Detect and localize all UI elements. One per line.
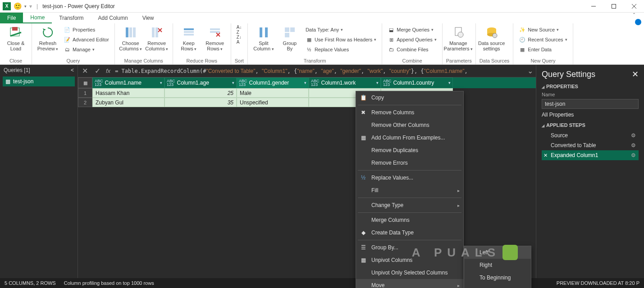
smiley-icon[interactable]: 🙂 bbox=[14, 2, 22, 10]
sort-desc-button[interactable]: Z↓A bbox=[235, 35, 244, 44]
tab-file[interactable]: File bbox=[0, 13, 23, 23]
help-icon[interactable] bbox=[635, 19, 641, 25]
expand-formula-icon[interactable]: ⌄ bbox=[527, 67, 533, 75]
ctx-add-column-examples[interactable]: ▦Add Column From Examples... bbox=[356, 131, 463, 144]
filter-icon[interactable]: ▾ bbox=[376, 81, 379, 85]
split-column-button[interactable]: Split Column bbox=[251, 24, 276, 52]
close-load-button[interactable]: Close & Load bbox=[4, 24, 28, 51]
cancel-formula-icon[interactable]: ✕ bbox=[81, 67, 89, 75]
properties-button[interactable]: 📄Properties bbox=[62, 25, 111, 34]
row-number[interactable]: 1 bbox=[78, 88, 92, 98]
filter-icon[interactable]: ▾ bbox=[304, 81, 306, 85]
column-header-work[interactable]: ABC123Column1.work▾ bbox=[309, 77, 381, 88]
first-row-headers-button[interactable]: ▦Use First Row as Headers bbox=[304, 35, 378, 44]
ctx-change-type[interactable]: Change Type bbox=[356, 199, 463, 212]
ctx-merge-columns[interactable]: Merge Columns bbox=[356, 214, 463, 226]
tab-transform[interactable]: Transform bbox=[52, 13, 91, 23]
minimize-button[interactable] bbox=[583, 0, 603, 13]
column-header-name[interactable]: ABC123Column1.name▾ bbox=[92, 77, 164, 88]
refresh-preview-button[interactable]: Refresh Preview bbox=[36, 24, 60, 52]
tab-add-column[interactable]: Add Column bbox=[91, 13, 135, 23]
accept-formula-icon[interactable]: ✓ bbox=[93, 67, 101, 75]
column-header-country[interactable]: ABC123Column1.country▾ bbox=[381, 77, 453, 88]
step-expanded-column1[interactable]: ✕Expanded Column1⚙ bbox=[542, 150, 639, 160]
unpivot-icon: ▦ bbox=[360, 256, 367, 264]
ctx-remove-columns[interactable]: ✖Remove Columns bbox=[356, 106, 463, 119]
recent-sources-button[interactable]: 🕘Recent Sources bbox=[517, 35, 569, 44]
applied-steps-section[interactable]: APPLIED STEPS bbox=[542, 122, 639, 128]
query-item-test-json[interactable]: ▦ test-json bbox=[3, 76, 75, 86]
gear-icon[interactable]: ⚙ bbox=[631, 142, 636, 148]
replace-values-button[interactable]: ½Replace Values bbox=[304, 45, 378, 54]
gear-icon[interactable]: ⚙ bbox=[631, 152, 636, 158]
ctx-move-right[interactable]: Right bbox=[464, 259, 531, 271]
ctx-move-to-beginning[interactable]: To Beginning bbox=[464, 271, 531, 284]
ctx-move[interactable]: Move bbox=[356, 279, 463, 288]
merge-queries-button[interactable]: ⬓Merge Queries bbox=[386, 25, 438, 34]
filter-icon[interactable]: ▾ bbox=[160, 81, 162, 85]
advanced-editor-button[interactable]: 📝Advanced Editor bbox=[62, 35, 111, 44]
name-label: Name bbox=[542, 92, 639, 97]
select-all-corner[interactable]: ▦ bbox=[78, 77, 92, 88]
datatype-icon: ◆ bbox=[360, 229, 367, 236]
ctx-move-to-end[interactable]: To End bbox=[464, 284, 531, 288]
query-settings-pane: Query Settings✕ PROPERTIES Name All Prop… bbox=[536, 65, 644, 278]
enter-data-button[interactable]: ▦Enter Data bbox=[517, 45, 569, 54]
copy-icon: 📋 bbox=[360, 94, 367, 101]
gear-icon[interactable]: ⚙ bbox=[631, 132, 636, 139]
watermark-avatar-icon bbox=[502, 245, 518, 260]
ctx-create-data-type[interactable]: ◆Create Data Type bbox=[356, 226, 463, 239]
delete-step-icon[interactable]: ✕ bbox=[544, 153, 548, 158]
group-query-label: Query bbox=[36, 57, 111, 64]
column-header-age[interactable]: ABC123Column1.age▾ bbox=[164, 77, 237, 88]
ctx-replace-values[interactable]: ½Replace Values... bbox=[356, 171, 463, 184]
ctx-remove-other-columns[interactable]: Remove Other Columns bbox=[356, 119, 463, 131]
manage-parameters-button[interactable]: Manage Parameters bbox=[446, 24, 470, 52]
filter-icon[interactable]: ▾ bbox=[448, 81, 451, 85]
ctx-fill[interactable]: Fill bbox=[356, 184, 463, 197]
query-item-label: test-json bbox=[13, 78, 33, 85]
query-name-input[interactable] bbox=[542, 99, 639, 109]
maximize-button[interactable] bbox=[603, 0, 624, 13]
manage-button[interactable]: 🗂Manage bbox=[62, 45, 111, 54]
svg-rect-20 bbox=[265, 27, 268, 37]
collapse-ribbon-icon[interactable]: ˆ bbox=[629, 13, 639, 19]
keep-rows-button[interactable]: Keep Rows bbox=[177, 24, 201, 52]
tab-home[interactable]: Home bbox=[23, 13, 52, 23]
formula-input[interactable]: = Table.ExpandRecordColumn(#"Converted t… bbox=[115, 68, 523, 74]
chevron-down-icon[interactable]: ▾ bbox=[24, 4, 27, 9]
combine-files-button[interactable]: 🗀Combine Files bbox=[386, 45, 438, 54]
sort-asc-button[interactable]: A↓Z bbox=[235, 25, 244, 34]
remove-columns-button[interactable]: Remove Columns bbox=[145, 24, 169, 52]
tab-view[interactable]: View bbox=[135, 13, 161, 23]
close-settings-icon[interactable]: ✕ bbox=[632, 69, 639, 79]
step-source[interactable]: Source⚙ bbox=[542, 130, 639, 140]
status-profiling[interactable]: Column profiling based on top 1000 rows bbox=[64, 280, 154, 286]
fx-icon[interactable]: fx bbox=[106, 68, 110, 74]
close-button[interactable] bbox=[624, 0, 644, 13]
svg-rect-9 bbox=[155, 27, 158, 37]
collapse-queries-icon[interactable]: < bbox=[71, 67, 74, 73]
append-queries-button[interactable]: ⊞Append Queries bbox=[386, 35, 438, 44]
table-row[interactable]: 1 Hassam Khan 25 Male Pakistan bbox=[78, 88, 536, 98]
remove-rows-button[interactable]: Remove Rows bbox=[203, 24, 227, 52]
new-source-button[interactable]: ✨New Source bbox=[517, 25, 569, 34]
filter-icon[interactable]: ▾ bbox=[232, 81, 234, 85]
choose-columns-button[interactable]: Choose Columns bbox=[119, 24, 143, 52]
group-by-button[interactable]: Group By bbox=[278, 24, 302, 51]
properties-section[interactable]: PROPERTIES bbox=[542, 84, 639, 89]
ctx-unpivot-selected[interactable]: Unpivot Only Selected Columns bbox=[356, 266, 463, 279]
step-converted-to-table[interactable]: Converted to Table⚙ bbox=[542, 140, 639, 150]
all-properties-link[interactable]: All Properties bbox=[542, 112, 639, 118]
ctx-remove-duplicates[interactable]: Remove Duplicates bbox=[356, 144, 463, 157]
table-row[interactable]: 2 Zubyan Gul 35 Unspecified Pakistan bbox=[78, 98, 536, 107]
svg-rect-23 bbox=[285, 33, 289, 37]
data-type-button[interactable]: Data Type: Any bbox=[304, 25, 378, 34]
settings-title: Query Settings bbox=[542, 70, 595, 79]
ctx-remove-errors[interactable]: Remove Errors bbox=[356, 157, 463, 169]
ctx-copy[interactable]: 📋Copy bbox=[356, 91, 463, 104]
svg-rect-8 bbox=[152, 27, 155, 37]
row-number[interactable]: 2 bbox=[78, 98, 92, 107]
column-header-gender[interactable]: ABC123Column1.gender▾ bbox=[237, 77, 309, 88]
data-source-settings-button[interactable]: Data source settings bbox=[480, 24, 504, 51]
